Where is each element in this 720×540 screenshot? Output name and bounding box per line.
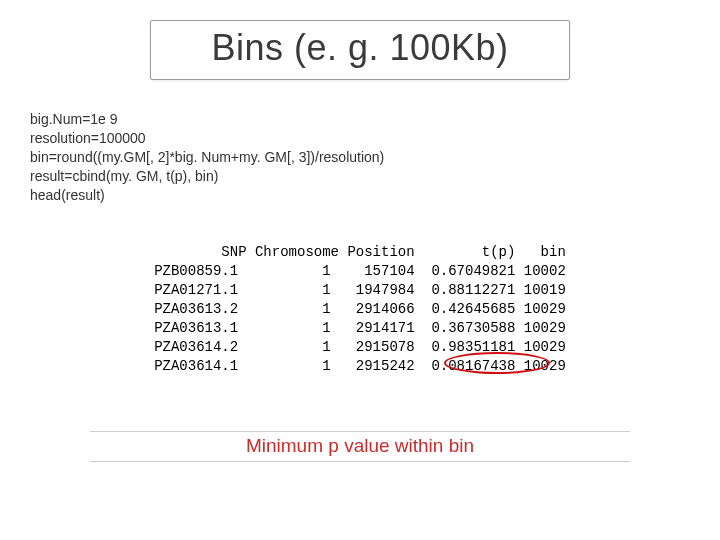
caption-box: Minimum p value within bin xyxy=(90,431,630,462)
table-row: PZA03614.2 1 2915078 0.98351181 10029 xyxy=(154,339,566,355)
code-block: big.Num=1e 9 resolution=100000 bin=round… xyxy=(30,110,690,204)
data-table: SNP Chromosome Position t(p) bin PZB0085… xyxy=(154,224,566,413)
caption: Minimum p value within bin xyxy=(246,435,474,456)
table-row: PZB00859.1 1 157104 0.67049821 10002 xyxy=(154,263,566,279)
table-header: SNP Chromosome Position t(p) bin xyxy=(154,244,566,260)
code-line: resolution=100000 xyxy=(30,129,690,148)
table-row: PZA03613.2 1 2914066 0.42645685 10029 xyxy=(154,301,566,317)
code-line: head(result) xyxy=(30,186,690,205)
table-row: PZA03614.1 1 2915242 0.08167438 10029 xyxy=(154,358,566,374)
title-box: Bins (e. g. 100Kb) xyxy=(150,20,569,80)
table-row: PZA01271.1 1 1947984 0.88112271 10019 xyxy=(154,282,566,298)
table-row: PZA03613.1 1 2914171 0.36730588 10029 xyxy=(154,320,566,336)
code-line: big.Num=1e 9 xyxy=(30,110,690,129)
slide-title: Bins (e. g. 100Kb) xyxy=(211,27,508,69)
slide: Bins (e. g. 100Kb) big.Num=1e 9 resoluti… xyxy=(0,0,720,540)
code-line: bin=round((my.GM[, 2]*big. Num+my. GM[, … xyxy=(30,148,690,167)
code-line: result=cbind(my. GM, t(p), bin) xyxy=(30,167,690,186)
